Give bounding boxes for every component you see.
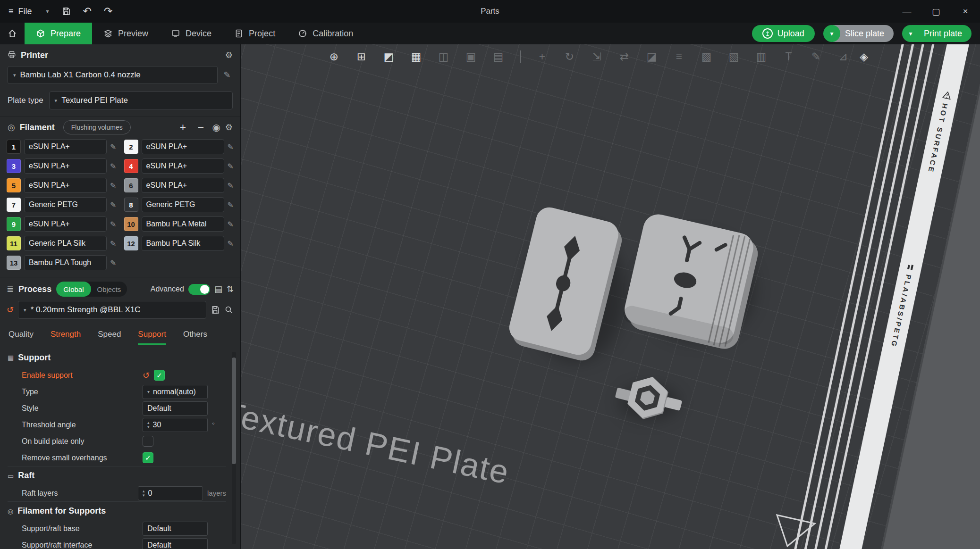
param-spinbox[interactable]: ▴▾30 bbox=[143, 418, 208, 432]
filament-chip[interactable]: 4 bbox=[124, 159, 138, 173]
process-section: ≣ Process Global Objects Advanced ▤ ⇅ ↺ … bbox=[0, 277, 240, 345]
tab-preview[interactable]: Preview bbox=[92, 23, 160, 44]
filament-name[interactable]: eSUN PLA+ bbox=[24, 139, 107, 154]
scope-objects-button[interactable]: Objects bbox=[91, 285, 127, 293]
printer-settings-icon[interactable]: ⚙ bbox=[225, 51, 233, 59]
assembly-view-icon[interactable]: ◈ bbox=[854, 47, 873, 66]
remove-filament-button[interactable]: − bbox=[194, 121, 207, 134]
edit-icon[interactable]: ✎ bbox=[110, 181, 116, 190]
add-plate-icon[interactable]: ⊞ bbox=[352, 47, 371, 66]
tab-prepare[interactable]: Prepare bbox=[25, 23, 92, 44]
tab-project[interactable]: Project bbox=[223, 23, 287, 44]
add-object-icon[interactable]: ⊕ bbox=[325, 47, 344, 66]
filament-settings-icon[interactable]: ⚙ bbox=[225, 123, 233, 132]
home-button[interactable] bbox=[0, 23, 25, 44]
minimize-button[interactable]: — bbox=[892, 0, 921, 23]
add-filament-button[interactable]: + bbox=[176, 121, 189, 134]
filament-chip[interactable]: 5 bbox=[7, 178, 21, 192]
edit-icon[interactable]: ✎ bbox=[110, 200, 116, 209]
process-preset-select[interactable]: ▾ * 0.20mm Strength @BBL X1C bbox=[18, 301, 206, 319]
filament-name[interactable]: eSUN PLA+ bbox=[142, 178, 224, 193]
filament-name[interactable]: eSUN PLA+ bbox=[24, 216, 107, 232]
auto-orient-icon[interactable]: ◩ bbox=[380, 47, 398, 66]
maximize-button[interactable]: ▢ bbox=[921, 0, 951, 23]
process-tab-strength[interactable]: Strength bbox=[51, 324, 81, 345]
process-tab-support[interactable]: Support bbox=[138, 324, 166, 345]
tab-device[interactable]: Device bbox=[160, 23, 223, 44]
edit-icon[interactable]: ✎ bbox=[110, 142, 116, 151]
edit-icon[interactable]: ✎ bbox=[110, 258, 116, 267]
filament-chip[interactable]: 8 bbox=[124, 198, 138, 212]
filament-chip[interactable]: 13 bbox=[7, 256, 21, 270]
compare-presets-icon[interactable]: ⇅ bbox=[227, 284, 234, 294]
param-select[interactable]: Default bbox=[143, 401, 208, 416]
slice-plate-dropdown[interactable]: ▾ bbox=[823, 25, 840, 42]
edit-icon[interactable]: ✎ bbox=[110, 220, 116, 229]
filament-chip[interactable]: 12 bbox=[124, 236, 138, 250]
filament-chip[interactable]: 2 bbox=[124, 140, 138, 154]
param-checkbox[interactable]: ✓ bbox=[143, 452, 153, 463]
edit-icon[interactable]: ✎ bbox=[228, 142, 234, 151]
spinner-arrows-icon[interactable]: ▴▾ bbox=[147, 421, 150, 429]
parameter-table-icon[interactable]: ▤ bbox=[214, 284, 222, 294]
filament-name[interactable]: Bambu PLA Tough bbox=[24, 255, 107, 270]
save-preset-icon[interactable] bbox=[211, 305, 220, 315]
process-tab-speed[interactable]: Speed bbox=[98, 324, 121, 345]
filament-chip[interactable]: 3 bbox=[7, 159, 21, 173]
spinner-arrows-icon[interactable]: ▴▾ bbox=[143, 489, 145, 498]
filament-chip[interactable]: 9 bbox=[7, 217, 21, 231]
tab-calibration[interactable]: Calibration bbox=[287, 23, 364, 44]
advanced-toggle[interactable] bbox=[188, 284, 210, 295]
edit-icon[interactable]: ✎ bbox=[228, 200, 234, 209]
file-menu[interactable]: ≡ File ▾ bbox=[8, 7, 49, 17]
filament-name[interactable]: Generic PLA Silk bbox=[24, 236, 107, 251]
process-tab-quality[interactable]: Quality bbox=[8, 324, 34, 345]
edit-icon[interactable]: ✎ bbox=[228, 181, 234, 190]
filament-name[interactable]: Bambu PLA Silk bbox=[142, 236, 224, 251]
edit-icon[interactable]: ✎ bbox=[221, 70, 233, 80]
filament-chip[interactable]: 10 bbox=[124, 217, 138, 231]
param-checkbox[interactable]: ✓ bbox=[154, 370, 165, 381]
filament-chip[interactable]: 7 bbox=[7, 198, 21, 212]
slice-plate-button[interactable]: Slice plate bbox=[833, 25, 894, 42]
filament-name[interactable]: eSUN PLA+ bbox=[24, 158, 107, 174]
edit-icon[interactable]: ✎ bbox=[110, 162, 116, 171]
printer-preset-select[interactable]: ▾ Bambu Lab X1 Carbon 0.4 nozzle bbox=[8, 66, 218, 84]
flushing-volumes-button[interactable]: Flushing volumes bbox=[63, 120, 131, 134]
ams-icon[interactable]: ◉ bbox=[212, 123, 220, 132]
filament-name[interactable]: Bambu PLA Metal bbox=[142, 216, 224, 232]
edit-icon[interactable]: ✎ bbox=[110, 239, 116, 248]
search-icon[interactable] bbox=[224, 305, 234, 315]
edit-icon[interactable]: ✎ bbox=[228, 162, 234, 171]
filament-name[interactable]: eSUN PLA+ bbox=[142, 139, 224, 154]
arrange-icon[interactable]: ▦ bbox=[407, 47, 426, 66]
filament-chip[interactable]: 6 bbox=[124, 178, 138, 192]
filament-name[interactable]: Generic PETG bbox=[142, 197, 224, 212]
edit-icon[interactable]: ✎ bbox=[228, 239, 234, 248]
filament-chip[interactable]: 1 bbox=[7, 140, 21, 154]
process-tab-others[interactable]: Others bbox=[183, 324, 207, 345]
reset-icon[interactable]: ↺ bbox=[143, 371, 150, 380]
redo-button[interactable]: ↷ bbox=[104, 6, 112, 17]
edit-icon[interactable]: ✎ bbox=[228, 220, 234, 229]
filament-name[interactable]: eSUN PLA+ bbox=[142, 158, 224, 174]
filament-name[interactable]: Generic PETG bbox=[24, 197, 107, 212]
params-scrollbar-thumb[interactable] bbox=[232, 358, 236, 464]
close-button[interactable]: × bbox=[951, 0, 980, 23]
filament-name[interactable]: eSUN PLA+ bbox=[24, 178, 107, 193]
param-select[interactable]: ▾normal(auto) bbox=[143, 385, 208, 399]
plate-type-select[interactable]: ▾ Textured PEI Plate bbox=[49, 92, 233, 109]
scope-global-button[interactable]: Global bbox=[56, 282, 91, 297]
undo-button[interactable]: ↶ bbox=[83, 6, 92, 17]
save-button[interactable] bbox=[61, 7, 71, 16]
param-spinbox[interactable]: ▴▾0 bbox=[138, 486, 203, 500]
param-select[interactable]: Default bbox=[143, 522, 208, 536]
viewport-3d[interactable]: Textured PEI Plate HOT SURFACE PLA/ABS/P… bbox=[241, 44, 980, 549]
upload-button[interactable]: ↥ Upload bbox=[752, 25, 815, 42]
reset-icon[interactable]: ↺ bbox=[7, 306, 14, 314]
print-plate-dropdown[interactable]: ▾ bbox=[902, 25, 919, 42]
print-plate-button[interactable]: Print plate bbox=[912, 25, 972, 42]
param-checkbox[interactable] bbox=[143, 436, 153, 447]
param-select[interactable]: Default bbox=[143, 538, 208, 549]
filament-chip[interactable]: 11 bbox=[7, 236, 21, 250]
